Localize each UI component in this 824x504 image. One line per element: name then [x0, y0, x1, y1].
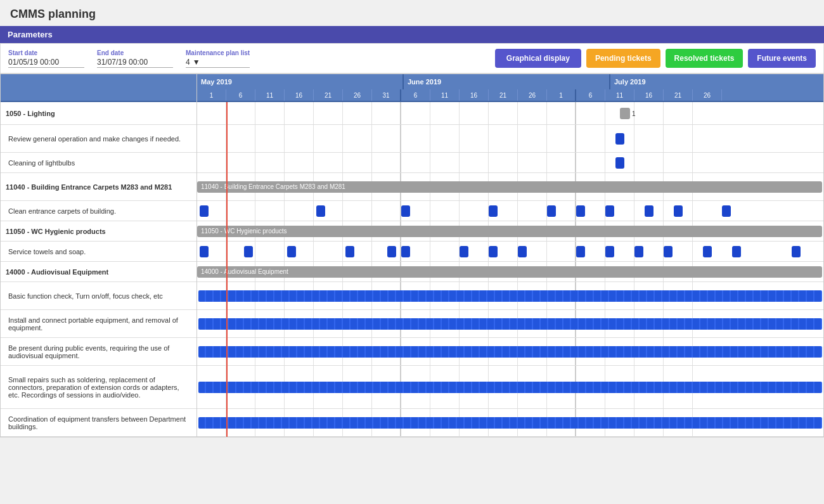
chart-grid-review: [197, 125, 823, 152]
bar-14000-group: 14000 - Audiovisual Equipment: [197, 266, 822, 278]
bar-towels-4: [345, 246, 354, 257]
day-j11: 11: [430, 89, 460, 101]
day-31: 31: [372, 89, 401, 101]
bar-towels-10: [576, 246, 585, 257]
bar-towels-7: [460, 246, 468, 257]
maintenance-group: Maintenance plan list 4 ▼: [186, 49, 250, 68]
task-group-11040-label: 11040 - Building Entrance Carpets M283 a…: [6, 183, 172, 191]
chart-row-install: [197, 310, 823, 338]
bar-carpets-7: [605, 205, 614, 217]
maintenance-label: Maintenance plan list: [186, 49, 250, 56]
bar-lightbulbs: [615, 157, 624, 169]
day-jul21: 21: [664, 89, 693, 101]
chart-rows-container: 1 11040 - Building En: [197, 102, 823, 437]
task-coordination-label: Coordination of equipment transfers betw…: [8, 415, 191, 430]
pending-tickets-button[interactable]: Pending tickets: [586, 49, 660, 68]
chart-row-basic-function: [197, 282, 823, 310]
maintenance-select[interactable]: 4 ▼: [186, 58, 250, 68]
chart-row-11050: 11050 - WC Hygienic products: [197, 221, 823, 242]
start-date-value[interactable]: 01/05/19 00:00: [8, 58, 84, 68]
day-6: 6: [226, 89, 255, 101]
bar-towels-14: [703, 246, 712, 257]
chart-row-14000: 14000 - Audiovisual Equipment: [197, 262, 823, 282]
task-group-1050: 1050 - Lighting: [1, 102, 196, 125]
bar-carpets-4: [489, 205, 498, 217]
end-date-value[interactable]: 31/07/19 00:00: [97, 58, 173, 68]
bar-coordination-full: [198, 417, 822, 429]
task-service-towels: Service towels and soap.: [1, 242, 196, 262]
day-16: 16: [285, 89, 314, 101]
task-install-connect: Install and connect portable equipment, …: [1, 310, 196, 338]
day-j21: 21: [489, 89, 518, 101]
end-date-group: End date 31/07/19 00:00: [97, 49, 173, 68]
bar-carpets-2: [316, 205, 325, 217]
bar-carpets-10: [722, 205, 731, 217]
bar-towels-2: [244, 246, 253, 257]
bar-towels-11: [605, 246, 614, 257]
graphical-display-button[interactable]: Graphical display: [495, 49, 581, 68]
day-jul6: 6: [576, 89, 605, 101]
bar-towels-16: [792, 246, 801, 257]
bar-carpets-3: [401, 205, 410, 217]
bar-carpets-8: [645, 205, 653, 217]
chart-row-present: [197, 338, 823, 366]
task-coordination: Coordination of equipment transfers betw…: [1, 409, 196, 437]
day-26: 26: [343, 89, 372, 101]
task-be-present-label: Be present during public events, requiri…: [8, 344, 191, 359]
day-1: 1: [197, 89, 226, 101]
month-header-row: May 2019 June 2019 July 2019: [197, 74, 823, 89]
chart-row-11040: 11040 - Building Entrance Carpets M283 a…: [197, 173, 823, 201]
day-jul11: 11: [605, 89, 634, 101]
bar-towels-9: [518, 246, 527, 257]
task-clean-carpets: Clean entrance carpets of building.: [1, 201, 196, 221]
task-service-towels-label: Service towels and soap.: [8, 248, 86, 255]
chart-grid-lightbulbs: [197, 153, 823, 172]
task-group-14000-label: 14000 - Audiovisual Equipment: [6, 268, 108, 276]
resolved-tickets-button[interactable]: Resolved tickets: [666, 49, 744, 68]
task-column-header: [1, 74, 196, 102]
day-j6: 6: [401, 89, 430, 101]
task-be-present: Be present during public events, requiri…: [1, 338, 196, 366]
bar-carpets-5: [547, 205, 556, 217]
chart-column: May 2019 June 2019 July 2019 1 6 11 16 2…: [197, 74, 823, 437]
day-21: 21: [314, 89, 343, 101]
month-june: June 2019: [404, 74, 610, 89]
gantt-container: 1050 - Lighting Review general operation…: [0, 74, 824, 437]
task-group-11040: 11040 - Building Entrance Carpets M283 a…: [1, 173, 196, 201]
bar-towels-15: [732, 246, 741, 257]
maintenance-value: 4: [186, 58, 190, 67]
future-events-button[interactable]: Future events: [748, 49, 816, 68]
task-group-1050-label: 1050 - Lighting: [6, 110, 55, 117]
bar-present-full: [198, 346, 822, 358]
bar-11040-group: 11040 - Building Entrance Carpets M283 a…: [197, 181, 822, 193]
task-group-11050-label: 11050 - WC Hygienic products: [6, 228, 106, 235]
action-buttons: Graphical display Pending tickets Resolv…: [495, 49, 816, 68]
day-header-row: 1 6 11 16 21 26 31 6 11 16 21 26 1 6 11 …: [197, 89, 823, 102]
chart-row-repairs: [197, 366, 823, 409]
chevron-down-icon: ▼: [193, 58, 200, 67]
day-jul16: 16: [634, 89, 664, 101]
chart-row-towels: [197, 242, 823, 262]
bar-carpets-1: [200, 205, 209, 217]
chart-row-coordination: [197, 409, 823, 437]
bar-carpets-9: [674, 205, 683, 217]
task-group-14000: 14000 - Audiovisual Equipment: [1, 262, 196, 282]
bar-1050-lighting: [620, 108, 630, 119]
task-cleaning-lightbulbs-label: Cleaning of lightbulbs: [8, 159, 75, 167]
chart-row-review: [197, 125, 823, 153]
day-j26: 26: [518, 89, 547, 101]
task-review-general-label: Review general operation and make change…: [8, 135, 181, 143]
month-may: May 2019: [197, 74, 404, 89]
bar-basic-function-full: [198, 290, 822, 302]
bar-review: [615, 133, 624, 145]
task-clean-carpets-label: Clean entrance carpets of building.: [8, 207, 116, 215]
page-title: CMMS planning: [0, 0, 824, 26]
task-column: 1050 - Lighting Review general operation…: [1, 74, 197, 437]
month-july: July 2019: [610, 74, 823, 89]
chart-grid-1050: [197, 102, 823, 124]
bar-carpets-6: [576, 205, 585, 217]
chart-row-carpets: [197, 201, 823, 221]
parameters-panel: Parameters: [0, 26, 824, 43]
bar-1050-label: 1: [632, 110, 636, 117]
task-cleaning-lightbulbs: Cleaning of lightbulbs: [1, 153, 196, 173]
